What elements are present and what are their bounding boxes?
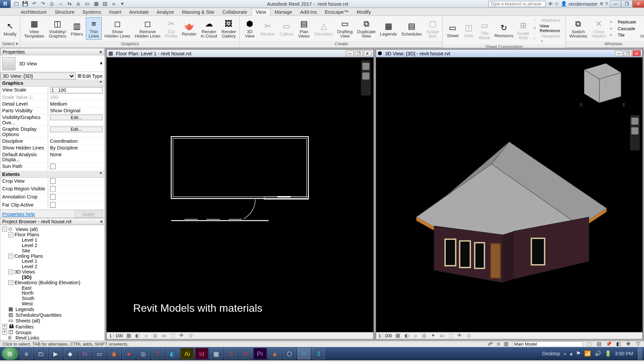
ribbon-tab-annotate[interactable]: Annotate [125, 8, 153, 15]
crop-region-icon[interactable]: ⬚ [448, 333, 454, 339]
tree-node[interactable]: West [1, 301, 104, 306]
ribbon-button[interactable]: ▭Sheet [445, 19, 461, 41]
ribbon-button[interactable]: ▭Title Block [477, 19, 492, 41]
switch-windows-button[interactable]: ⧉Switch Windows [568, 18, 589, 40]
taskbar-chrome-icon[interactable]: ◎ [137, 348, 150, 359]
qat-icon[interactable]: ▦ [92, 0, 100, 7]
taskbar-notepad-icon[interactable]: ▭ [93, 348, 106, 359]
ribbon-tab-modify[interactable]: Modify [353, 8, 375, 15]
taskbar-app-icon[interactable]: ⬡ [283, 348, 296, 359]
property-value[interactable]: None [48, 151, 105, 163]
crop-icon[interactable]: ▭ [161, 333, 167, 339]
qat-open-icon[interactable]: ▢ [12, 0, 20, 7]
tree-node[interactable]: +👪Families [1, 324, 104, 329]
qat-redo-icon[interactable]: ↷ [39, 0, 47, 7]
instance-selector[interactable]: 3D View: {3D} [0, 72, 76, 79]
property-checkbox[interactable] [50, 178, 56, 184]
steering-wheel-icon[interactable] [362, 63, 369, 70]
star-icon[interactable]: ☆ [554, 1, 559, 7]
3d-canvas[interactable]: SE [376, 57, 642, 332]
taskbar-revit-icon[interactable]: R [297, 348, 311, 359]
tree-node[interactable]: ▭Sheets (all) [1, 318, 104, 323]
ribbon-tab-structure[interactable]: Structure [51, 8, 78, 15]
ribbon-button[interactable]: ◻Show Hidden Lines [103, 18, 132, 40]
tree-twisty-icon[interactable]: − [8, 232, 13, 237]
visual-style-icon[interactable]: ◐ [404, 333, 410, 339]
ribbon-small-button[interactable]: ▫View Reference [532, 23, 564, 33]
tree-twisty-icon[interactable]: + [2, 330, 7, 335]
property-value[interactable]: 100 [48, 94, 105, 100]
window-restore-button[interactable]: ❐ [621, 0, 633, 7]
reveal-icon[interactable]: ◇ [187, 333, 194, 339]
taskbar-app-icon[interactable]: ● [122, 348, 136, 359]
reveal-icon[interactable]: ◇ [466, 333, 472, 339]
scale-label[interactable]: 1 : 100 [109, 334, 123, 339]
filter-icon[interactable]: ▥ [502, 341, 509, 347]
tray-volume-icon[interactable]: 🔊 [595, 351, 601, 357]
ribbon-tab-collaborate[interactable]: Collaborate [218, 8, 251, 15]
tray-battery-icon[interactable]: 🔋 [605, 351, 611, 357]
property-checkbox[interactable] [50, 164, 56, 169]
floorplan-canvas[interactable]: Revit Models with materials [107, 57, 373, 332]
navigation-bar[interactable] [630, 115, 640, 150]
sun-path-icon[interactable]: ☼ [412, 333, 418, 339]
select-links-icon[interactable]: ⬚ [586, 341, 593, 347]
property-value[interactable]: Medium [48, 101, 105, 107]
property-checkbox[interactable] [50, 194, 56, 200]
tray-up-icon[interactable]: ▴ [570, 351, 573, 357]
crop-icon[interactable]: ▭ [439, 333, 445, 339]
taskbar-indesign-icon[interactable]: Id [195, 348, 209, 359]
start-button[interactable]: ⊞ [2, 348, 18, 360]
property-value[interactable] [48, 194, 105, 201]
select-panel-label[interactable]: Select ▾ [0, 41, 20, 47]
close-icon[interactable]: ✕ [99, 49, 103, 54]
view-close-button[interactable]: ✕ [364, 50, 372, 56]
modify-button[interactable]: ↖ Modify [2, 20, 18, 37]
close-hidden-button[interactable]: ✕Close Hidden [590, 18, 607, 40]
tree-node[interactable]: {3D} [1, 275, 104, 280]
ribbon-button[interactable]: 🫖Render [180, 20, 198, 37]
ribbon-small-button[interactable]: ▫Viewports ▾ [532, 34, 564, 43]
taskbar-explorer-icon[interactable]: 🗀 [35, 348, 48, 359]
tree-node[interactable]: ▤Schedules/Quantities [1, 312, 104, 318]
visual-style-icon[interactable]: ◐ [134, 333, 140, 339]
property-checkbox[interactable] [50, 186, 56, 192]
taskbar-premiere-icon[interactable]: Pr [254, 348, 267, 359]
type-selector[interactable]: 3D View ▾ [0, 55, 104, 72]
tree-node[interactable]: Level 2 [1, 264, 104, 269]
drag-icon[interactable]: ✥ [625, 341, 632, 347]
exchange-icon[interactable]: ✕ [599, 1, 603, 7]
taskbar-acrobat-icon[interactable]: A [239, 348, 252, 359]
ribbon-small-button[interactable]: ▫Replicate [608, 19, 638, 25]
ribbon-small-button[interactable]: ▫Tile [608, 32, 638, 38]
tree-twisty-icon[interactable]: − [8, 269, 13, 275]
ribbon-tab-systems[interactable]: Systems [78, 8, 105, 15]
crop-region-icon[interactable]: ⬚ [170, 333, 176, 339]
hide-isolate-icon[interactable]: 👁 [457, 333, 463, 339]
ribbon-button[interactable]: ◫Visibility/ Graphics [47, 18, 68, 40]
desktop-toolbar-label[interactable]: Desktop [542, 351, 560, 356]
view-close-button[interactable]: ✕ [633, 50, 641, 56]
view-window-header[interactable]: ⬢ 3D View: {3D} - revit house.rvt — ❐ ✕ [376, 50, 642, 58]
window-minimize-button[interactable]: — [610, 0, 621, 7]
detail-level-icon[interactable]: ▦ [125, 333, 131, 339]
tree-node[interactable]: −Floor Plans [1, 232, 104, 237]
qat-print-icon[interactable]: ⎙ [48, 0, 56, 7]
taskbar-app-icon[interactable]: ▦ [210, 348, 223, 359]
qat-dropdown-icon[interactable]: ▾ [118, 0, 126, 7]
steering-wheel-icon[interactable] [631, 118, 638, 125]
ribbon-button[interactable]: ▤Schedules [399, 20, 424, 37]
property-input[interactable] [50, 87, 103, 93]
ribbon-button[interactable]: ▦View Templates [22, 18, 46, 40]
taskbar-onenote-icon[interactable]: N [78, 348, 92, 359]
show-desktop-button[interactable] [638, 348, 642, 360]
scale-label[interactable]: 1 : 100 [378, 334, 392, 339]
ribbon-button[interactable]: 🖼Render Gallery [220, 18, 238, 40]
ribbon-small-button[interactable]: ▫Cascade [608, 25, 638, 32]
workset-icon[interactable]: ☍ [486, 341, 493, 347]
select-face-icon[interactable]: ◧ [615, 341, 622, 347]
property-value[interactable]: By Discipline [48, 144, 105, 150]
shadows-icon[interactable]: ◎ [152, 333, 158, 339]
signin-icon[interactable]: 👤 [561, 1, 567, 7]
tree-twisty-icon[interactable]: − [8, 253, 13, 258]
